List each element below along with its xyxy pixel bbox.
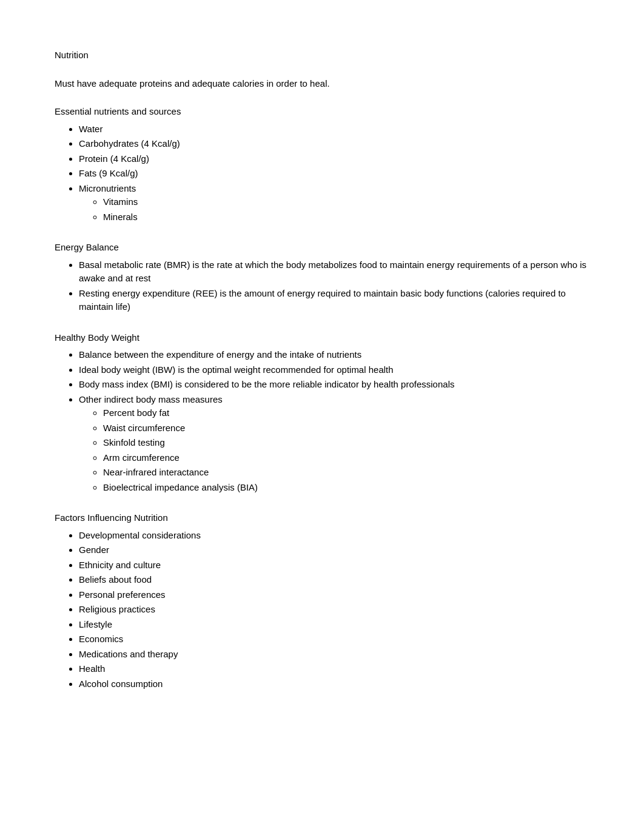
list-item: Other indirect body mass measures Percen… [79,393,589,495]
list-item: Ethnicity and culture [79,558,589,572]
list-item: Basal metabolic rate (BMR) is the rate a… [79,258,589,286]
list-energy-balance: Basal metabolic rate (BMR) is the rate a… [79,258,589,314]
section-energy-balance: Energy Balance Basal metabolic rate (BMR… [55,241,589,314]
list-item: Resting energy expenditure (REE) is the … [79,287,589,314]
list-item: Gender [79,543,589,557]
list-item: Fats (9 Kcal/g) [79,167,589,181]
list-item: Bioelectrical impedance analysis (BIA) [103,481,589,495]
list-item: Near-infrared interactance [103,466,589,480]
section-heading-healthy-body-weight: Healthy Body Weight [55,331,589,345]
list-item: Waist circumference [103,421,589,435]
list-item: Personal preferences [79,588,589,602]
section-essential-nutrients: Essential nutrients and sources Water Ca… [55,105,589,224]
list-item: Beliefs about food [79,573,589,587]
list-item: Arm circumference [103,451,589,465]
list-item: Medications and therapy [79,648,589,662]
list-item: Ideal body weight (IBW) is the optimal w… [79,363,589,377]
section-heading-essential-nutrients: Essential nutrients and sources [55,105,589,119]
sublist-body-mass-measures: Percent body fat Waist circumference Ski… [103,406,589,494]
section-factors-influencing: Factors Influencing Nutrition Developmen… [55,511,589,691]
sublist-micronutrients: Vitamins Minerals [103,195,589,224]
list-essential-nutrients: Water Carbohydrates (4 Kcal/g) Protein (… [79,122,589,224]
list-item: Micronutrients Vitamins Minerals [79,182,589,224]
list-item: Minerals [103,210,589,224]
page-container: Nutrition Must have adequate proteins an… [55,49,589,691]
list-item: Developmental considerations [79,529,589,543]
section-heading-factors-influencing: Factors Influencing Nutrition [55,511,589,525]
list-item: Alcohol consumption [79,677,589,691]
list-item: Economics [79,632,589,646]
list-item: Percent body fat [103,406,589,420]
list-factors-influencing: Developmental considerations Gender Ethn… [79,529,589,691]
section-healthy-body-weight: Healthy Body Weight Balance between the … [55,331,589,495]
list-item: Body mass index (BMI) is considered to b… [79,378,589,392]
list-item: Health [79,662,589,676]
section-heading-energy-balance: Energy Balance [55,241,589,255]
list-item: Water [79,122,589,136]
list-item: Carbohydrates (4 Kcal/g) [79,137,589,151]
page-title: Nutrition [55,49,589,62]
intro-text: Must have adequate proteins and adequate… [55,77,589,91]
list-item: Skinfold testing [103,436,589,450]
list-item: Balance between the expenditure of energ… [79,348,589,362]
list-item: Lifestyle [79,618,589,632]
list-item: Vitamins [103,195,589,209]
list-healthy-body-weight: Balance between the expenditure of energ… [79,348,589,494]
list-item: Religious practices [79,603,589,617]
list-item: Protein (4 Kcal/g) [79,152,589,166]
